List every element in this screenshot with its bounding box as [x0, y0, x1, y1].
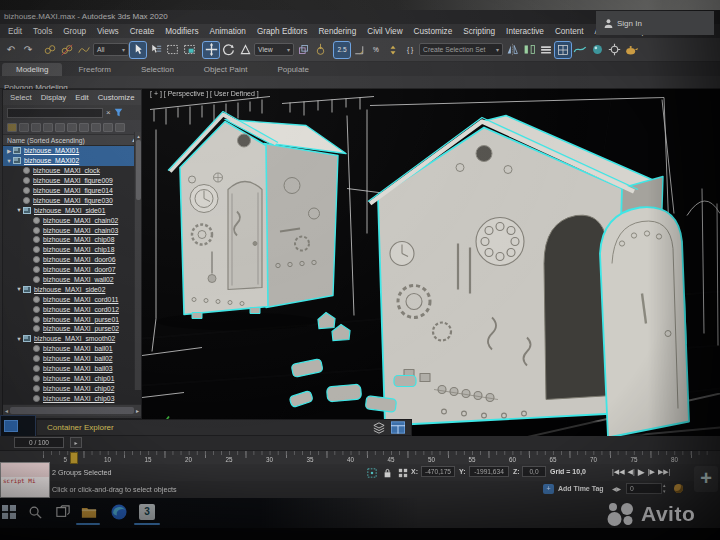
- tree-item-bizhouse_MAXI_ball01[interactable]: bizhouse_MAXI_ball01: [3, 344, 141, 354]
- tree-item-bizhouse_MAXI_purse02[interactable]: bizhouse_MAXI_purse02: [3, 324, 141, 334]
- search-icon[interactable]: [26, 503, 44, 521]
- floating-mini-window[interactable]: [0, 415, 36, 437]
- spinner-snap-icon[interactable]: [385, 42, 401, 58]
- menu-animation[interactable]: Animation: [210, 27, 246, 36]
- start-button[interactable]: [0, 503, 18, 521]
- current-frame-field[interactable]: 0: [626, 483, 662, 494]
- explorer-menu-select[interactable]: Select: [10, 93, 32, 102]
- freeze-icon[interactable]: [103, 123, 113, 132]
- select-and-rotate-icon[interactable]: [220, 42, 236, 58]
- create-selection-set-field[interactable]: Create Selection Set ▾: [419, 43, 503, 56]
- macro-recorder-pane[interactable]: [1, 463, 49, 477]
- undo-icon[interactable]: ↶: [3, 42, 19, 58]
- tree-item-bizhouse_MAXI01[interactable]: ▶bizhouse_MAXI01: [3, 146, 141, 156]
- next-frame-button[interactable]: ▸: [70, 437, 82, 448]
- select-by-name-icon[interactable]: [147, 42, 163, 58]
- viewport-navigation-icon[interactable]: +: [694, 466, 718, 492]
- render-teapot-icon[interactable]: [623, 42, 639, 58]
- unlink-icon[interactable]: [59, 42, 75, 58]
- listener-pane[interactable]: script Mi: [1, 477, 49, 497]
- x-coordinate-field[interactable]: -470,175: [421, 466, 455, 477]
- edge-browser-icon[interactable]: [110, 503, 128, 521]
- lock-icon[interactable]: [79, 123, 89, 132]
- angle-snap-icon[interactable]: [351, 42, 367, 58]
- filter-icon[interactable]: [114, 108, 123, 117]
- window-crossing-icon[interactable]: [181, 42, 197, 58]
- pick-mode-icon[interactable]: [7, 123, 17, 132]
- scrollbar-thumb[interactable]: [136, 140, 141, 200]
- selection-region-icon[interactable]: [366, 467, 377, 478]
- add-time-tag-label[interactable]: Add Time Tag: [558, 485, 604, 492]
- tree-item-bizhouse_MAXI_door07[interactable]: bizhouse_MAXI_door07: [3, 265, 141, 275]
- tree-item-bizhouse_MAXI_wall02[interactable]: bizhouse_MAXI_wall02: [3, 275, 141, 285]
- maxscript-mini-listener[interactable]: script Mi: [0, 462, 50, 498]
- tree-item-bizhouse_MAXI_chip03[interactable]: bizhouse_MAXI_chip03: [3, 393, 141, 403]
- tree-item-bizhouse_MAXI_door06[interactable]: bizhouse_MAXI_door06: [3, 255, 141, 265]
- container-explorer-bar[interactable]: Container Explorer: [36, 419, 412, 436]
- menu-interactive[interactable]: Interactive: [506, 27, 544, 36]
- scroll-up-icon[interactable]: ▴: [135, 132, 142, 140]
- go-to-start-button[interactable]: |◀◀: [612, 466, 625, 478]
- scrollbar-thumb[interactable]: [10, 407, 134, 414]
- time-slider-track[interactable]: 0 / 100 ▸: [0, 436, 720, 450]
- explorer-menu-customize[interactable]: Customize: [98, 93, 135, 102]
- menu-modifiers[interactable]: Modifiers: [165, 27, 198, 36]
- show-cameras-icon[interactable]: [55, 123, 65, 132]
- task-view-icon[interactable]: [54, 503, 72, 521]
- ribbon-tab-modeling[interactable]: Modeling: [2, 63, 62, 76]
- redo-icon[interactable]: ↷: [20, 42, 36, 58]
- set-key-icon[interactable]: [674, 484, 683, 493]
- menu-graph-editors[interactable]: Graph Editors: [257, 27, 308, 36]
- show-shapes-icon[interactable]: [31, 123, 41, 132]
- layer-manager-icon[interactable]: [538, 42, 554, 58]
- vertical-scrollbar[interactable]: ▴: [134, 132, 141, 390]
- hide-icon[interactable]: [91, 123, 101, 132]
- collapse-icon[interactable]: ▼: [15, 286, 23, 292]
- select-and-move-icon[interactable]: [203, 42, 219, 58]
- key-mode-toggle-icon[interactable]: ◀▶: [612, 485, 621, 492]
- render-setup-icon[interactable]: [606, 42, 622, 58]
- mirror-icon[interactable]: [504, 42, 520, 58]
- tree-item-bizhouse_MAXI_figure030[interactable]: bizhouse_MAXI_figure030: [3, 195, 141, 205]
- frame-spinner[interactable]: ▴ ▾: [663, 483, 666, 494]
- tree-item-bizhouse_MAXI_cord012[interactable]: bizhouse_MAXI_cord012: [3, 304, 141, 314]
- tree-item-bizhouse_MAXI_chip01[interactable]: bizhouse_MAXI_chip01: [3, 373, 141, 383]
- explorer-menu-edit[interactable]: Edit: [75, 93, 88, 102]
- ribbon-tab-populate[interactable]: Populate: [263, 63, 323, 76]
- perspective-viewport[interactable]: [ + ] [ Perspective ] [ User Defined ]: [142, 89, 720, 460]
- menu-views[interactable]: Views: [97, 27, 119, 36]
- tree-item-bizhouse_MAXI_side01[interactable]: ▼bizhouse_MAXI_side01: [3, 205, 141, 215]
- tree-item-bizhouse_MAXI_chip18[interactable]: bizhouse_MAXI_chip18: [3, 245, 141, 255]
- sign-in-button[interactable]: Sign In: [596, 11, 714, 35]
- ribbon-tab-object-paint[interactable]: Object Paint: [190, 63, 262, 76]
- next-frame-button[interactable]: |▶: [648, 466, 655, 478]
- play-button[interactable]: ▶: [638, 466, 645, 478]
- tree-item-bizhouse_MAXI_smooth02[interactable]: ▼bizhouse_MAXI_smooth02: [3, 334, 141, 344]
- file-explorer-icon[interactable]: [80, 503, 98, 521]
- show-lights-icon[interactable]: [43, 123, 53, 132]
- scene-explorer-toggle-icon[interactable]: [555, 42, 571, 58]
- spinner-down-icon[interactable]: ▾: [663, 488, 666, 494]
- tree-item-bizhouse_MAXI_chain02[interactable]: bizhouse_MAXI_chain02: [3, 215, 141, 225]
- select-and-place-icon[interactable]: [312, 42, 328, 58]
- menu-rendering[interactable]: Rendering: [318, 27, 356, 36]
- tree-item-bizhouse_MAXI_ball02[interactable]: bizhouse_MAXI_ball02: [3, 354, 141, 364]
- go-to-end-button[interactable]: ▶▶|: [658, 466, 671, 478]
- tree-item-bizhouse_MAXI_figure014[interactable]: bizhouse_MAXI_figure014: [3, 186, 141, 196]
- ribbon-panel-bar[interactable]: Polygon Modeling: [0, 76, 720, 89]
- select-object-icon[interactable]: [130, 42, 146, 58]
- reference-coordinate-dropdown[interactable]: View ▾: [254, 43, 294, 56]
- menu-civil-view[interactable]: Civil View: [367, 27, 402, 36]
- align-icon[interactable]: [521, 42, 537, 58]
- tree-item-bizhouse_MAXI_ball03[interactable]: bizhouse_MAXI_ball03: [3, 364, 141, 374]
- y-coordinate-field[interactable]: -1991,634: [469, 466, 509, 477]
- selection-filter-dropdown[interactable]: All ▾: [93, 43, 129, 56]
- snaps-toggle-icon[interactable]: 2.5: [334, 42, 350, 58]
- percent-snap-icon[interactable]: %: [368, 42, 384, 58]
- material-editor-icon[interactable]: [589, 42, 605, 58]
- collapse-icon[interactable]: ▼: [15, 336, 23, 342]
- collapse-icon[interactable]: ▼: [5, 158, 13, 164]
- menu-customize[interactable]: Customize: [414, 27, 453, 36]
- select-and-link-icon[interactable]: [42, 42, 58, 58]
- menu-tools[interactable]: Tools: [33, 27, 52, 36]
